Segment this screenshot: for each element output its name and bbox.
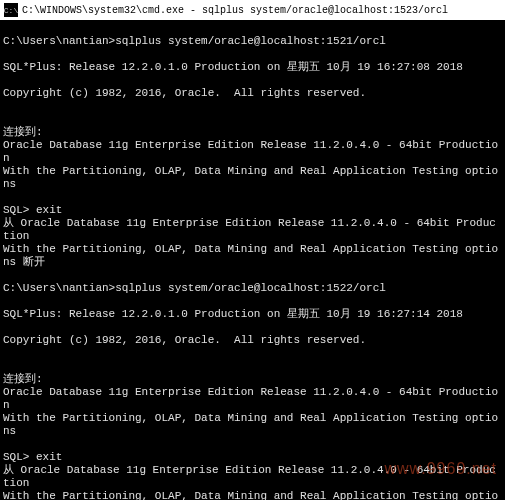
terminal-line: Copyright (c) 1982, 2016, Oracle. All ri… <box>3 87 502 100</box>
terminal-line <box>3 269 502 282</box>
terminal-line: C:\Users\nantian>sqlplus system/oracle@l… <box>3 35 502 48</box>
terminal-line <box>3 74 502 87</box>
terminal-line: Oracle Database 11g Enterprise Edition R… <box>3 386 502 412</box>
terminal-line: SQL> exit <box>3 204 502 217</box>
watermark: www.9969.net <box>384 460 497 478</box>
cmd-icon: C:\ <box>4 3 18 17</box>
terminal-line <box>3 347 502 360</box>
terminal-line <box>3 22 502 35</box>
window-titlebar[interactable]: C:\ C:\WINDOWS\system32\cmd.exe - sqlplu… <box>0 0 505 20</box>
terminal-line <box>3 113 502 126</box>
terminal-line <box>3 191 502 204</box>
terminal-line <box>3 438 502 451</box>
terminal-line: C:\Users\nantian>sqlplus system/oracle@l… <box>3 282 502 295</box>
terminal-line: SQL*Plus: Release 12.2.0.1.0 Production … <box>3 308 502 321</box>
terminal-line <box>3 360 502 373</box>
terminal-line: Copyright (c) 1982, 2016, Oracle. All ri… <box>3 334 502 347</box>
terminal-line: 连接到: <box>3 373 502 386</box>
terminal-line <box>3 295 502 308</box>
terminal-line: With the Partitioning, OLAP, Data Mining… <box>3 165 502 191</box>
terminal-line <box>3 100 502 113</box>
terminal-line: 连接到: <box>3 126 502 139</box>
window-title: C:\WINDOWS\system32\cmd.exe - sqlplus sy… <box>22 5 448 16</box>
terminal-line <box>3 321 502 334</box>
terminal-line: With the Partitioning, OLAP, Data Mining… <box>3 412 502 438</box>
terminal-line: Oracle Database 11g Enterprise Edition R… <box>3 139 502 165</box>
terminal-line <box>3 48 502 61</box>
terminal-output[interactable]: C:\Users\nantian>sqlplus system/oracle@l… <box>0 20 505 500</box>
terminal-line: SQL*Plus: Release 12.2.0.1.0 Production … <box>3 61 502 74</box>
terminal-line: With the Partitioning, OLAP, Data Mining… <box>3 243 502 269</box>
terminal-line: 从 Oracle Database 11g Enterprise Edition… <box>3 217 502 243</box>
terminal-line: With the Partitioning, OLAP, Data Mining… <box>3 490 502 500</box>
